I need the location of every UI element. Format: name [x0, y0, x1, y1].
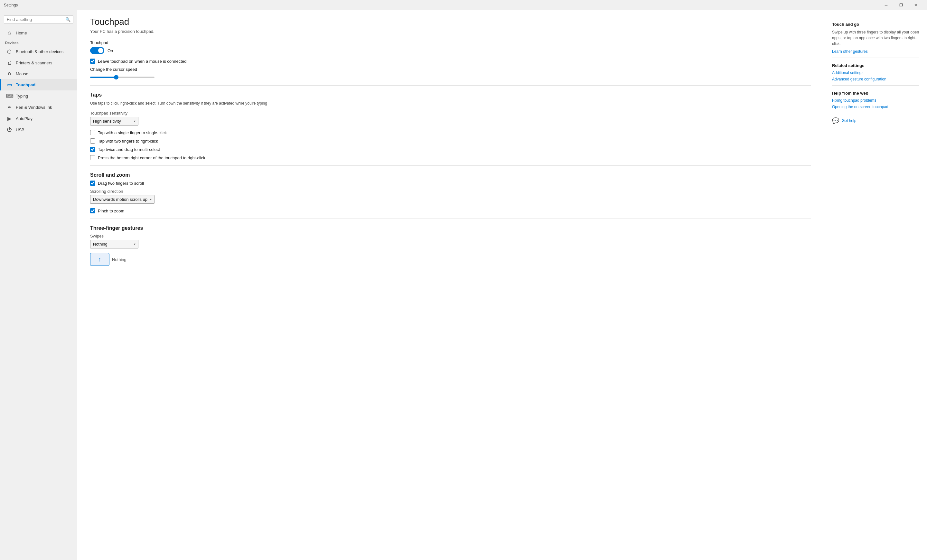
tap-two-label: Tap with two fingers to right-click	[98, 139, 158, 144]
swipes-select[interactable]: Nothing ▾	[90, 240, 138, 249]
toggle-slider	[90, 47, 104, 54]
touchpad-on-label: On	[108, 48, 113, 53]
printers-icon: 🖨	[6, 60, 12, 66]
scrolling-direction-label: Scrolling direction	[90, 189, 811, 194]
cursor-speed-container: Change the cursor speed	[90, 67, 811, 79]
titlebar-controls: ─ ❐ ✕	[879, 0, 923, 10]
sidebar-item-mouse[interactable]: 🖱 Mouse	[0, 68, 77, 79]
get-help-icon: 💬	[832, 117, 839, 124]
restore-button[interactable]: ❐	[894, 0, 908, 10]
tap-twice-label: Tap twice and drag to multi-select	[98, 147, 160, 152]
page-title: Touchpad	[90, 17, 811, 27]
sensitivity-select[interactable]: High sensitivity ▾	[90, 117, 138, 126]
sidebar-item-label: USB	[16, 127, 24, 132]
tap-twice-checkbox[interactable]	[90, 147, 95, 152]
sensitivity-row: Touchpad sensitivity High sensitivity ▾	[90, 111, 811, 126]
sidebar-item-touchpad[interactable]: ▭ Touchpad	[0, 79, 77, 90]
swipes-label: Swipes	[90, 234, 811, 238]
chevron-down-icon: ▾	[150, 197, 152, 201]
close-button[interactable]: ✕	[908, 0, 923, 10]
learn-other-gestures-link[interactable]: Learn other gestures	[832, 49, 919, 54]
leave-touchpad-checkbox[interactable]	[90, 59, 95, 64]
scrolling-direction-select[interactable]: Downwards motion scrolls up ▾	[90, 195, 155, 204]
pinch-zoom-row: Pinch to zoom	[90, 208, 811, 213]
scrolling-direction-value: Downwards motion scrolls up	[93, 197, 147, 202]
tap-twice-row: Tap twice and drag to multi-select	[90, 147, 811, 152]
main-content: Touchpad Your PC has a precision touchpa…	[77, 10, 824, 560]
divider-3	[90, 219, 811, 219]
sidebar-item-label: Bluetooth & other devices	[16, 49, 64, 54]
typing-icon: ⌨	[6, 93, 12, 99]
swipe-illustration: ↑ Nothing	[90, 253, 811, 266]
touch-go-title: Touch and go	[832, 22, 919, 27]
sidebar-item-label: Pen & Windows Ink	[16, 105, 52, 110]
swipes-row: Swipes Nothing ▾	[90, 234, 811, 249]
search-input[interactable]	[7, 17, 64, 22]
swipe-box: ↑	[90, 253, 109, 266]
tap-bottom-checkbox[interactable]	[90, 155, 95, 160]
sidebar-item-pen[interactable]: ✒ Pen & Windows Ink	[0, 102, 77, 113]
additional-settings-link[interactable]: Additional settings	[832, 70, 919, 75]
chevron-down-icon: ▾	[134, 242, 135, 246]
taps-header: Taps	[90, 92, 811, 98]
scroll-zoom-header: Scroll and zoom	[90, 172, 811, 178]
sidebar-section-label: Devices	[0, 39, 77, 46]
sidebar: 🔍 ⌂ Home Devices ⬡ Bluetooth & other dev…	[0, 10, 77, 560]
tap-bottom-row: Press the bottom right corner of the tou…	[90, 155, 811, 160]
titlebar: Settings ─ ❐ ✕	[0, 0, 927, 10]
drag-two-row: Drag two fingers to scroll	[90, 181, 811, 186]
pen-icon: ✒	[6, 104, 12, 111]
sensitivity-label: Touchpad sensitivity	[90, 111, 811, 115]
page-subtitle: Your PC has a precision touchpad.	[90, 29, 811, 34]
advanced-gesture-link[interactable]: Advanced gesture configuration	[832, 77, 919, 82]
touchpad-toggle-label: Touchpad	[90, 40, 811, 45]
pinch-zoom-label: Pinch to zoom	[98, 209, 124, 213]
touch-go-text: Swipe up with three fingers to display a…	[832, 29, 919, 47]
help-from-web-title: Help from the web	[832, 91, 919, 96]
sidebar-item-label: Typing	[16, 94, 28, 99]
get-help-link[interactable]: Get help	[842, 118, 856, 123]
sidebar-item-label: Home	[16, 30, 27, 35]
search-icon: 🔍	[65, 17, 70, 22]
divider-1	[90, 85, 811, 86]
sidebar-item-typing[interactable]: ⌨ Typing	[0, 90, 77, 102]
right-panel-divider-1	[832, 58, 919, 58]
three-finger-header: Three-finger gestures	[90, 225, 811, 231]
swipe-up-arrow-icon: ↑	[99, 256, 102, 263]
leave-touchpad-label: Leave touchpad on when a mouse is connec…	[98, 59, 186, 64]
cursor-speed-label: Change the cursor speed	[90, 67, 811, 72]
sidebar-item-bluetooth[interactable]: ⬡ Bluetooth & other devices	[0, 46, 77, 57]
titlebar-title: Settings	[4, 3, 18, 8]
sidebar-item-printers[interactable]: 🖨 Printers & scanners	[0, 57, 77, 68]
tap-single-label: Tap with a single finger to single-click	[98, 131, 167, 135]
tap-single-checkbox[interactable]	[90, 130, 95, 135]
tap-single-row: Tap with a single finger to single-click	[90, 130, 811, 135]
swipes-value: Nothing	[93, 242, 108, 247]
cursor-speed-slider[interactable]	[90, 77, 155, 78]
opening-on-screen-link[interactable]: Opening the on-screen touchpad	[832, 105, 919, 109]
taps-description: Use taps to click, right-click and selec…	[90, 100, 811, 106]
sensitivity-value: High sensitivity	[93, 119, 121, 124]
mouse-icon: 🖱	[6, 71, 12, 77]
pinch-zoom-checkbox[interactable]	[90, 208, 95, 213]
touchpad-toggle[interactable]	[90, 47, 104, 54]
sidebar-item-label: Mouse	[16, 71, 28, 76]
fixing-touchpad-link[interactable]: Fixing touchpad problems	[832, 98, 919, 103]
scrolling-direction-row: Scrolling direction Downwards motion scr…	[90, 189, 811, 204]
minimize-button[interactable]: ─	[879, 0, 894, 10]
sidebar-item-label: Touchpad	[16, 82, 35, 87]
right-panel-divider-2	[832, 85, 919, 86]
drag-two-label: Drag two fingers to scroll	[98, 181, 144, 186]
touchpad-toggle-row: On	[90, 47, 811, 54]
app-body: 🔍 ⌂ Home Devices ⬡ Bluetooth & other dev…	[0, 10, 927, 560]
sidebar-item-autoplay[interactable]: ▶ AutoPlay	[0, 113, 77, 124]
sidebar-item-home[interactable]: ⌂ Home	[0, 27, 77, 38]
chevron-down-icon: ▾	[134, 119, 135, 123]
search-container[interactable]: 🔍	[4, 15, 73, 23]
drag-two-checkbox[interactable]	[90, 181, 95, 186]
swipe-arrow-label: Nothing	[112, 257, 126, 262]
bluetooth-icon: ⬡	[6, 49, 12, 55]
sidebar-item-usb[interactable]: ⏻ USB	[0, 124, 77, 135]
related-settings-title: Related settings	[832, 63, 919, 68]
tap-two-checkbox[interactable]	[90, 138, 95, 144]
